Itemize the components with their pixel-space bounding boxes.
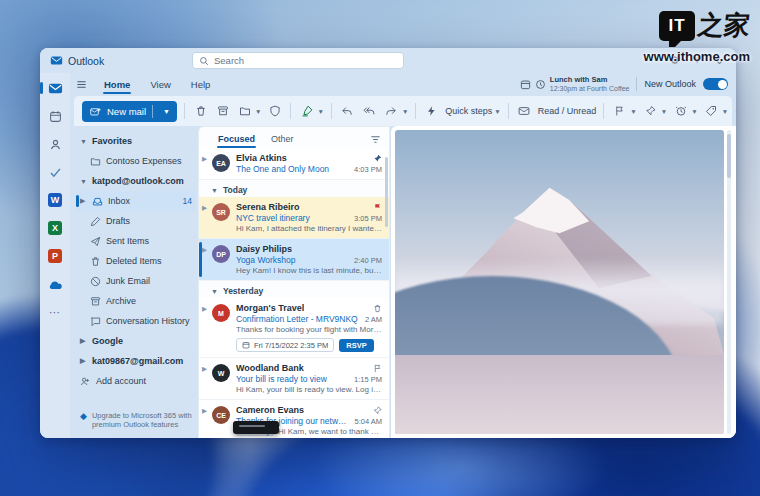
rail-people-icon[interactable] xyxy=(44,134,66,154)
pin-hover-icon[interactable] xyxy=(373,406,382,415)
ithome-url: www.ithome.com xyxy=(644,49,750,64)
reply-all-icon[interactable] xyxy=(361,102,378,120)
expand-icon[interactable]: ▶ xyxy=(202,305,207,313)
avatar: EA xyxy=(212,154,230,172)
snooze-icon[interactable] xyxy=(672,102,689,120)
rail-todo-icon[interactable] xyxy=(44,162,66,182)
folder-junk-email[interactable]: Junk Email xyxy=(76,271,196,291)
account-header-outlook[interactable]: ▼ katpod@outlook.com xyxy=(76,171,196,191)
tab-home[interactable]: Home xyxy=(95,76,139,93)
report-icon[interactable] xyxy=(266,102,283,120)
ribbon-more-icon[interactable]: ⋯ xyxy=(735,105,736,118)
account-email: katpod@outlook.com xyxy=(92,176,184,186)
tab-help[interactable]: Help xyxy=(182,76,220,93)
archive-hover-icon[interactable] xyxy=(373,304,382,313)
chevron-down-icon[interactable]: ▼ xyxy=(494,108,500,115)
quick-steps-label[interactable]: Quick steps xyxy=(445,106,492,116)
message-list: ▶ EA Elvia Atkins xyxy=(199,148,389,438)
filter-icon[interactable] xyxy=(370,134,381,145)
chevron-down-icon[interactable]: ▼ xyxy=(661,108,667,115)
favorites-header[interactable]: ▼ Favorites xyxy=(76,131,196,151)
chevron-down-icon[interactable]: ▼ xyxy=(691,108,697,115)
flag-icon[interactable] xyxy=(373,203,382,212)
folder-archive[interactable]: Archive xyxy=(76,291,196,311)
reading-pane xyxy=(391,126,736,438)
flag-icon[interactable] xyxy=(611,102,628,120)
pin-icon[interactable] xyxy=(642,102,659,120)
upgrade-banner[interactable]: ◆ Upgrade to Microsoft 365 with premium … xyxy=(76,411,196,431)
folder-contoso-expenses[interactable]: Contoso Expenses xyxy=(76,151,196,171)
new-outlook-toggle[interactable] xyxy=(703,78,728,90)
tag-icon[interactable] xyxy=(703,102,720,120)
rail-mail-icon[interactable] xyxy=(44,78,66,98)
add-account-label: Add account xyxy=(96,376,146,386)
message-time: 1:15 PM xyxy=(354,375,382,384)
message-row[interactable]: ▶ CE Cameron Evans xyxy=(199,400,389,438)
flag-hover-icon[interactable] xyxy=(373,364,382,373)
chevron-down-icon[interactable]: ▼ xyxy=(402,108,408,115)
new-mail-dropdown-icon[interactable]: ▼ xyxy=(159,108,174,115)
nav-toggle-icon[interactable] xyxy=(76,79,87,90)
folder-inbox[interactable]: ▶ Inbox 14 xyxy=(76,191,196,211)
move-to-folder-icon[interactable] xyxy=(236,102,253,120)
pin-icon[interactable] xyxy=(373,154,382,163)
quick-steps-icon[interactable] xyxy=(423,102,440,120)
message-row[interactable]: ▶ W Woodland Bank xyxy=(199,358,389,400)
junk-icon xyxy=(90,276,101,287)
tab-other[interactable]: Other xyxy=(264,132,301,146)
message-sender: Elvia Atkins xyxy=(236,153,287,163)
rail-excel-icon[interactable]: X xyxy=(44,218,66,238)
account-header-gmail[interactable]: ▶ kat09867@gmail.com xyxy=(76,351,196,371)
rail-more-apps-icon[interactable]: ⋯ xyxy=(44,302,66,322)
rsvp-button[interactable]: RSVP xyxy=(339,339,373,352)
group-header-today[interactable]: ▼ Today xyxy=(199,180,389,197)
rail-onedrive-icon[interactable] xyxy=(44,274,66,294)
read-unread-icon[interactable] xyxy=(516,102,533,120)
folder-sent-items[interactable]: Sent Items xyxy=(76,231,196,251)
message-row[interactable]: ▶ EA Elvia Atkins xyxy=(199,148,389,180)
expand-icon[interactable]: ▶ xyxy=(202,365,207,373)
message-row[interactable]: ▶ SR Serena Ribeiro xyxy=(199,197,389,239)
add-account-button[interactable]: Add account xyxy=(76,371,196,391)
chevron-down-icon[interactable]: ▼ xyxy=(317,108,323,115)
expand-icon[interactable]: ▶ xyxy=(202,155,207,163)
message-subject: Yoga Workshop xyxy=(236,255,296,265)
tab-view[interactable]: View xyxy=(141,76,179,93)
google-label: Google xyxy=(92,336,123,346)
message-list-scrollbar[interactable] xyxy=(385,157,389,227)
trash-icon xyxy=(90,256,101,267)
ithome-logo-text: IT xyxy=(668,16,685,36)
folder-drafts[interactable]: Drafts xyxy=(76,211,196,231)
rail-calendar-icon[interactable] xyxy=(44,106,66,126)
archive-icon[interactable] xyxy=(214,102,231,120)
sweep-icon[interactable] xyxy=(298,102,315,120)
folder-label: Conversation History xyxy=(106,316,190,326)
chevron-down-icon: ▼ xyxy=(211,187,218,194)
chevron-down-icon[interactable]: ▼ xyxy=(630,108,636,115)
rail-powerpoint-icon[interactable]: P xyxy=(44,246,66,266)
expand-icon[interactable]: ▶ xyxy=(202,407,207,415)
group-header-yesterday[interactable]: ▼ Yesterday xyxy=(199,281,389,298)
delete-icon[interactable] xyxy=(192,102,209,120)
expand-icon[interactable]: ▶ xyxy=(202,246,207,254)
read-unread-label[interactable]: Read / Unread xyxy=(538,106,597,116)
my-day-event-peek[interactable]: Lunch with Sam 12:30pm at Fourth Coffee xyxy=(520,76,630,93)
tab-focused[interactable]: Focused xyxy=(211,132,262,146)
reply-icon[interactable] xyxy=(339,102,356,120)
message-row[interactable]: ▶ M Morgan's Travel xyxy=(199,298,389,358)
expand-icon[interactable]: ▶ xyxy=(202,204,207,212)
search-input[interactable]: Search xyxy=(192,52,404,69)
event-chip[interactable]: Fri 7/15/2022 2:35 PM xyxy=(236,338,334,352)
chevron-down-icon[interactable]: ▼ xyxy=(255,108,261,115)
message-time: 3:05 PM xyxy=(354,214,382,223)
reading-pane-scrollbar[interactable] xyxy=(727,130,731,434)
chevron-down-icon[interactable]: ▼ xyxy=(722,108,728,115)
message-row-selected[interactable]: ▶ DP Daisy Philips Yoga Workshop 2:40 PM xyxy=(199,239,389,281)
new-mail-button[interactable]: New mail ▼ xyxy=(82,101,177,122)
rail-word-icon[interactable]: W xyxy=(44,190,66,210)
folder-conversation-history[interactable]: Conversation History xyxy=(76,311,196,331)
google-section-header[interactable]: ▶ Google xyxy=(76,331,196,351)
folder-deleted-items[interactable]: Deleted Items xyxy=(76,251,196,271)
group-label: Today xyxy=(223,185,247,195)
forward-icon[interactable] xyxy=(383,102,400,120)
